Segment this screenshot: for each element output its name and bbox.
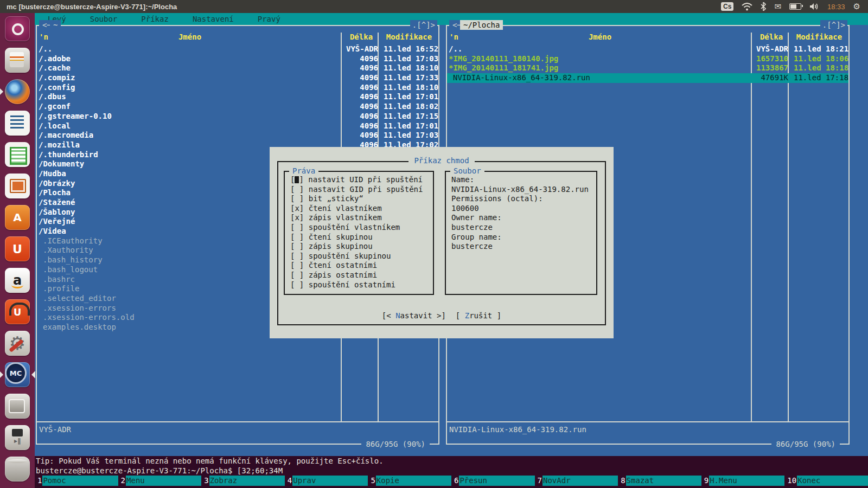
wifi-icon[interactable] — [742, 3, 752, 11]
launcher-icon-media-player[interactable]: ▸∥ — [5, 425, 30, 450]
permission-checkbox[interactable]: [] nastavit UID při spuštění — [290, 175, 429, 185]
bluetooth-icon[interactable] — [761, 2, 766, 11]
menu-item-nastaveni[interactable]: Nastavení — [193, 13, 234, 25]
permission-checkbox[interactable]: [ ] spouštění ostatními — [290, 280, 429, 290]
fkey-1[interactable]: 1Pomoc — [35, 476, 118, 486]
media-player-glyph: ▸∥ — [5, 432, 30, 450]
file-row[interactable]: /.cache409611.led 18:10 — [37, 63, 438, 73]
mail-icon[interactable]: ✉ — [774, 3, 781, 11]
running-indicator-arrow — [0, 371, 7, 378]
file-row[interactable]: *IMG_20140111_180140.jpg165731011.led 18… — [447, 54, 848, 64]
fkey-4[interactable]: 4Uprav — [285, 476, 368, 486]
launcher-icon-ubuntu-one[interactable]: U — [5, 236, 30, 261]
fkey-10[interactable]: 10Konec — [784, 476, 868, 486]
file-info-group-label: Soubor — [450, 166, 484, 176]
file-size: VYŠ-ADR — [753, 44, 790, 54]
file-mtime: 11.led 17:15 — [380, 112, 438, 121]
right-panel-path-tab[interactable]: ~/Plocha — [460, 20, 503, 30]
permissions-checkbox-list: [] nastavit UID při spuštění[ ] nastavit… — [290, 175, 429, 290]
system-tray: Cs ✉ 18:33 ⚙ — [721, 2, 868, 11]
launcher-icon-trash[interactable] — [5, 457, 30, 481]
launcher-icon-hard-disk[interactable] — [5, 394, 30, 419]
function-key-bar: 1Pomoc2Menu3Zobraz4Uprav5Kopie6Přesun7No… — [35, 476, 868, 488]
fkey-3[interactable]: 3Zobraz — [201, 476, 285, 486]
permission-checkbox[interactable]: [x] zápis vlastníkem — [290, 213, 429, 223]
permission-checkbox[interactable]: [ ] zápis skupinou — [290, 242, 429, 252]
file-row[interactable]: /..VYŠ-ADR11.led 18:21 — [447, 44, 848, 54]
set-button[interactable]: [< Nastavit >] — [382, 311, 446, 320]
menu-item-pravy[interactable]: Pravý — [258, 13, 280, 25]
sort-indicator[interactable]: 'n — [449, 33, 458, 41]
fkey-9[interactable]: 9H.Menu — [701, 476, 785, 486]
column-header-date[interactable]: Modifikace — [380, 33, 438, 43]
permission-checkbox[interactable]: [ ] nastavit GID při spuštění — [290, 185, 429, 195]
column-header-name[interactable]: Jméno — [178, 33, 201, 41]
launcher-icon-file-manager[interactable] — [5, 48, 30, 73]
fkey-5[interactable]: 5Kopie — [368, 476, 451, 486]
ubuntu-one-glyph: U — [5, 236, 30, 261]
file-row[interactable]: /.gstreamer-0.10409611.led 17:15 — [37, 112, 438, 121]
file-row[interactable]: NVIDIA-Linux-x86_64-319.82.run47691K11.l… — [447, 73, 848, 83]
permission-checkbox[interactable]: [ ] zápis ostatními — [290, 271, 429, 280]
fkey-label: H.Menu — [709, 476, 784, 486]
file-row[interactable]: /.dbus409611.led 17:01 — [37, 92, 438, 102]
cancel-button[interactable]: [ Zrušit ] — [456, 311, 501, 320]
fkey-7[interactable]: 7NovAdr — [535, 476, 618, 486]
panel-corner-buttons[interactable]: .[^]> — [820, 20, 847, 30]
launcher-icon-ubuntu-dash[interactable] — [5, 16, 30, 41]
permission-checkbox[interactable]: [ ] čtení ostatními — [290, 261, 429, 271]
launcher-icon-libreoffice-calc[interactable] — [5, 142, 30, 167]
file-row[interactable]: /.macromedia409611.led 17:03 — [37, 131, 438, 140]
permission-checkbox[interactable]: [x] čtení vlastníkem — [290, 204, 429, 214]
file-row[interactable]: /.local409611.led 17:01 — [37, 121, 438, 131]
fkey-label: Pomoc — [42, 476, 118, 486]
launcher-icon-libreoffice-writer[interactable] — [5, 111, 30, 136]
file-row[interactable]: /.gconf409611.led 18:02 — [37, 102, 438, 112]
permission-checkbox[interactable]: [ ] čtení skupinou — [290, 233, 429, 242]
launcher-icon-firefox[interactable] — [5, 79, 30, 104]
panel-corner-buttons[interactable]: .[^]> — [410, 20, 437, 30]
sort-indicator[interactable]: 'n — [39, 33, 48, 41]
launcher-icon-software-center[interactable]: A — [5, 205, 30, 230]
keyboard-layout-indicator[interactable]: Cs — [721, 2, 733, 11]
session-gear-icon[interactable]: ⚙ — [853, 3, 860, 11]
permission-checkbox[interactable]: [ ] bit „sticky“ — [290, 194, 429, 204]
command-line[interactable]: bustercze@bustercze-Aspire-V3-771:~/Ploc… — [35, 466, 868, 476]
launcher-icon-libreoffice-impress[interactable] — [5, 174, 30, 198]
file-mtime: 11.led 17:03 — [380, 131, 438, 140]
file-row[interactable]: /.adobe409611.led 17:03 — [37, 54, 438, 64]
amazon-glyph: a — [5, 268, 30, 293]
left-panel-path-tab[interactable]: ~ — [50, 20, 61, 30]
file-row[interactable]: *IMG_20140111_181741.jpg113386711.led 18… — [447, 63, 848, 73]
file-row[interactable]: /.compiz409611.led 17:33 — [37, 73, 438, 83]
file-size: 47691K — [753, 73, 790, 83]
fkey-8[interactable]: 8Smazat — [618, 476, 701, 486]
file-row[interactable]: /..VYŠ-ADR11.led 16:52 — [37, 44, 438, 54]
file-row[interactable]: /.config409611.led 18:10 — [37, 83, 438, 93]
fkey-6[interactable]: 6Přesun — [451, 476, 535, 486]
clock[interactable]: 18:33 — [827, 3, 845, 11]
menu-item-prikaz[interactable]: Příkaz — [141, 13, 169, 25]
system-settings-glyph: ⚙ — [5, 331, 30, 356]
permission-checkbox[interactable]: [ ] spouštění skupinou — [290, 252, 429, 261]
file-mtime: 11.led 18:10 — [380, 83, 438, 93]
column-header-size[interactable]: Délka — [343, 33, 380, 43]
launcher-icon-midnight-commander[interactable]: MC — [5, 362, 30, 387]
fkey-label: Konec — [797, 476, 868, 486]
unity-launcher: AUaU⚙MC▸∥ — [0, 13, 35, 488]
column-header-name[interactable]: Jméno — [589, 33, 611, 41]
volume-icon[interactable] — [809, 3, 819, 10]
launcher-icon-system-settings[interactable]: ⚙ — [5, 331, 30, 356]
file-mtime: 11.led 18:06 — [790, 54, 848, 64]
file-mtime: 11.led 17:18 — [790, 73, 848, 83]
fkey-number: 2 — [118, 476, 126, 486]
column-header-size[interactable]: Délka — [753, 33, 790, 43]
battery-icon[interactable] — [789, 3, 801, 10]
menu-item-soubor[interactable]: Soubor — [90, 13, 118, 25]
fkey-2[interactable]: 2Menu — [118, 476, 202, 486]
launcher-icon-ubuntu-one-music[interactable]: U — [5, 299, 30, 324]
file-name: /.. — [447, 44, 753, 54]
launcher-icon-amazon[interactable]: a — [5, 268, 30, 293]
column-header-date[interactable]: Modifikace — [790, 33, 848, 43]
permission-checkbox[interactable]: [ ] spouštění vlastníkem — [290, 223, 429, 233]
